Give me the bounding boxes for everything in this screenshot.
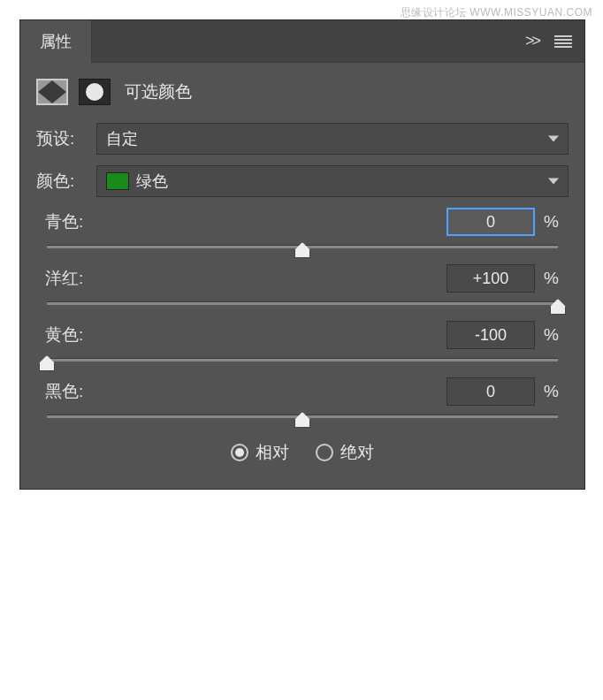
- panel-body: 可选颜色 预设: 自定 颜色: 绿色 青色: %: [20, 63, 584, 489]
- magenta-track[interactable]: [47, 301, 558, 305]
- percent-unit: %: [544, 325, 565, 345]
- yellow-track[interactable]: [47, 358, 558, 361]
- preset-row: 预设: 自定: [36, 123, 569, 155]
- preset-dropdown[interactable]: 自定: [96, 123, 569, 155]
- magenta-input[interactable]: [447, 264, 535, 293]
- panel-header: 属性 >>: [20, 20, 584, 63]
- magenta-label: 洋红:: [45, 267, 83, 290]
- yellow-input[interactable]: [447, 321, 535, 349]
- properties-panel: 属性 >> 可选颜色 预设: 自定 颜色: 绿色: [19, 19, 585, 490]
- adjustment-title: 可选颜色: [125, 80, 192, 103]
- collapse-icon[interactable]: >>: [525, 32, 538, 50]
- colors-value: 绿色: [136, 171, 168, 192]
- cyan-track[interactable]: [47, 245, 558, 248]
- radio-absolute[interactable]: 绝对: [316, 441, 374, 464]
- colors-row: 颜色: 绿色: [36, 165, 569, 197]
- absolute-label: 绝对: [340, 441, 374, 464]
- layer-mask-icon[interactable]: [79, 79, 111, 105]
- cyan-label: 青色:: [45, 210, 83, 233]
- relative-label: 相对: [256, 441, 289, 464]
- slider-black: 黑色: %: [36, 377, 569, 418]
- black-thumb[interactable]: [294, 412, 310, 428]
- colors-label: 颜色:: [36, 170, 96, 193]
- yellow-thumb[interactable]: [39, 355, 55, 371]
- yellow-label: 黄色:: [45, 323, 83, 346]
- chevron-down-icon: [548, 136, 559, 142]
- method-row: 相对 绝对: [36, 441, 569, 464]
- radio-relative[interactable]: 相对: [231, 441, 289, 464]
- black-input[interactable]: [447, 377, 535, 406]
- cyan-input[interactable]: [447, 208, 535, 236]
- radio-icon: [316, 444, 333, 461]
- percent-unit: %: [544, 382, 565, 401]
- black-label: 黑色:: [45, 380, 83, 403]
- slider-yellow: 黄色: %: [36, 321, 569, 361]
- slider-cyan: 青色: %: [36, 208, 569, 248]
- panel-menu-icon[interactable]: [554, 35, 572, 48]
- preset-value: 自定: [106, 128, 138, 149]
- adjustment-heading: 可选颜色: [36, 79, 569, 105]
- percent-unit: %: [544, 212, 565, 232]
- radio-icon: [231, 444, 248, 461]
- black-track[interactable]: [47, 415, 558, 418]
- cyan-thumb[interactable]: [294, 242, 310, 258]
- percent-unit: %: [544, 269, 565, 288]
- preset-label: 预设:: [36, 127, 96, 150]
- tab-properties[interactable]: 属性: [20, 20, 92, 63]
- chevron-down-icon: [548, 179, 559, 185]
- watermark-text: 思缘设计论坛 WWW.MISSYUAN.COM: [401, 5, 593, 20]
- magenta-thumb[interactable]: [550, 299, 566, 315]
- slider-magenta: 洋红: %: [36, 264, 569, 305]
- adjustment-layer-icon[interactable]: [36, 79, 68, 105]
- color-swatch: [106, 172, 129, 190]
- tab-bar-rest: >>: [92, 20, 584, 63]
- colors-dropdown[interactable]: 绿色: [96, 165, 569, 197]
